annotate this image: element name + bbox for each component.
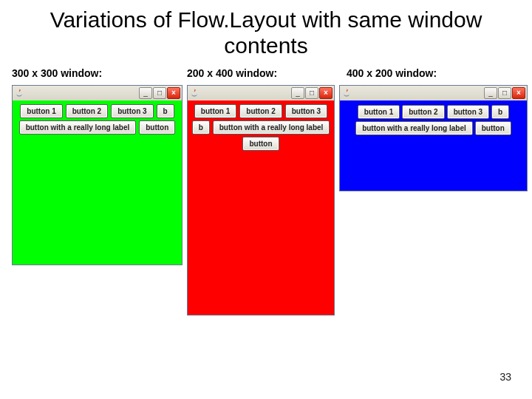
- button-1[interactable]: button 1: [358, 105, 400, 119]
- button-1[interactable]: button 1: [20, 104, 62, 118]
- label-200x400: 200 x 400 window:: [187, 67, 335, 79]
- button-3[interactable]: button 3: [447, 105, 489, 119]
- button-plain[interactable]: button: [139, 120, 175, 134]
- maximize-button[interactable]: □: [153, 87, 166, 99]
- button-2[interactable]: button 2: [402, 105, 444, 119]
- minimize-button[interactable]: _: [139, 87, 152, 99]
- button-long-label[interactable]: button with a really long label: [19, 120, 137, 134]
- button-1[interactable]: button 1: [194, 104, 236, 118]
- java-window-200x400: _ □ × button 1 button 2 button 3 b butto…: [187, 85, 335, 316]
- slide-title: Variations of Flow.Layout with same wind…: [15, 7, 517, 58]
- column-200x400: 200 x 400 window: _ □ × button 1 button …: [187, 64, 335, 316]
- java-cup-icon: [189, 88, 200, 98]
- button-2[interactable]: button 2: [66, 104, 108, 118]
- titlebar: _ □ ×: [13, 86, 182, 100]
- titlebar-buttons: _ □ ×: [291, 87, 332, 99]
- button-b[interactable]: b: [192, 120, 210, 134]
- close-button[interactable]: ×: [319, 87, 332, 99]
- button-b[interactable]: b: [157, 104, 174, 118]
- maximize-button[interactable]: □: [305, 87, 318, 99]
- content-pane-red: button 1 button 2 button 3 b button with…: [188, 100, 334, 315]
- button-plain[interactable]: button: [242, 137, 279, 151]
- java-window-300x300: _ □ × button 1 button 2 button 3 b butto…: [12, 85, 183, 265]
- button-3[interactable]: button 3: [111, 104, 153, 118]
- page-number: 33: [499, 371, 511, 383]
- button-2[interactable]: button 2: [239, 104, 282, 118]
- java-cup-icon: [341, 88, 352, 98]
- titlebar-left: [189, 88, 288, 98]
- java-window-400x200: _ □ × button 1 button 2 button 3 b butto…: [339, 85, 528, 191]
- button-b[interactable]: b: [491, 105, 509, 119]
- button-long-label[interactable]: button with a really long label: [213, 120, 330, 134]
- maximize-button[interactable]: □: [498, 87, 511, 99]
- label-400x200: 400 x 200 window:: [347, 67, 528, 79]
- close-button[interactable]: ×: [512, 87, 525, 99]
- titlebar: _ □ ×: [188, 86, 334, 100]
- close-button[interactable]: ×: [167, 87, 180, 99]
- content-pane-blue: button 1 button 2 button 3 b button with…: [340, 100, 527, 191]
- column-300x300: 300 x 300 window: _ □ × button 1 button …: [12, 64, 183, 265]
- column-400x200: 400 x 200 window: _ □ × button 1 button …: [339, 64, 528, 191]
- minimize-button[interactable]: _: [484, 87, 497, 99]
- titlebar-buttons: _ □ ×: [139, 87, 180, 99]
- titlebar-left: [14, 88, 136, 98]
- button-long-label[interactable]: button with a really long label: [355, 121, 473, 135]
- button-plain[interactable]: button: [475, 121, 511, 135]
- button-3[interactable]: button 3: [285, 104, 327, 118]
- minimize-button[interactable]: _: [291, 87, 304, 99]
- titlebar-left: [341, 88, 481, 98]
- content-pane-green: button 1 button 2 button 3 b button with…: [13, 100, 182, 265]
- titlebar: _ □ ×: [340, 86, 527, 100]
- java-cup-icon: [14, 88, 24, 98]
- windows-row: 300 x 300 window: _ □ × button 1 button …: [0, 64, 532, 316]
- label-300x300: 300 x 300 window:: [12, 67, 183, 79]
- titlebar-buttons: _ □ ×: [484, 87, 525, 99]
